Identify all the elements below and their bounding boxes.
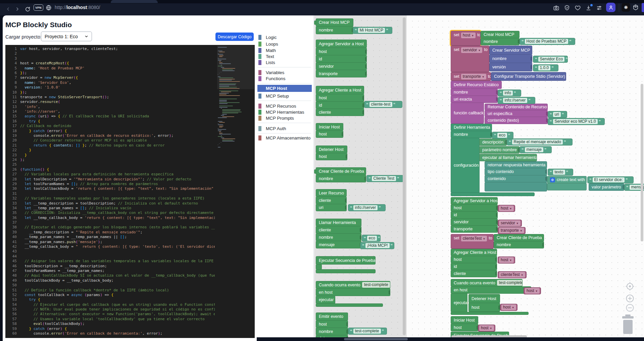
text-field[interactable]: test-complete: [362, 282, 390, 288]
toolbox-item-variables[interactable]: Variables: [257, 69, 312, 75]
string-block[interactable]: “info”: [498, 90, 521, 97]
string-value[interactable]: Servidor eco MCP v1.0: [553, 119, 598, 124]
variable-block[interactable]: host▼: [500, 304, 517, 311]
url-text[interactable]: http://localhost:8080/: [55, 5, 100, 10]
string-value[interactable]: El servidor dice:: [593, 177, 625, 182]
string-value[interactable]: Repite el mensaje enviado: [512, 139, 563, 145]
string-block[interactable]: “info://server”: [498, 97, 535, 104]
string-block[interactable]: “Servidor eco MCP v1.0”: [548, 118, 605, 125]
variable-block[interactable]: servidor▼: [498, 220, 522, 227]
variable-dropdown[interactable]: clienteTest▼: [499, 272, 525, 278]
forward-button[interactable]: [14, 6, 21, 12]
toolbox-item-mcp-almacenamiento[interactable]: MCP Almacenamiento: [257, 135, 312, 141]
variable-block[interactable]: transporte▼: [498, 227, 526, 234]
string-value[interactable]: Mi Host MCP: [358, 28, 385, 33]
string-value[interactable]: info://server: [503, 98, 528, 103]
variable-dropdown[interactable]: servidor▼: [499, 220, 521, 226]
string-value[interactable]: Host de Pruebas MCP: [525, 39, 568, 44]
screenshot-button[interactable]: [553, 5, 560, 11]
string-value[interactable]: 1.0.0: [538, 65, 551, 70]
vpn-badge[interactable]: VPN: [34, 4, 43, 11]
string-value[interactable]: texto: [553, 170, 565, 175]
string-value[interactable]: test-complete: [353, 329, 381, 334]
downloads-button[interactable]: [585, 5, 592, 11]
browser-tab[interactable]: [111, 0, 158, 3]
variable-dropdown[interactable]: host▼: [479, 325, 494, 331]
trash-icon[interactable]: [621, 315, 635, 337]
code-editor[interactable]: 1var host, servidor, transporte, cliente…: [5, 45, 255, 338]
minimap[interactable]: [217, 46, 254, 193]
variable-dropdown[interactable]: host▼: [499, 257, 514, 263]
variable-dropdown[interactable]: host▼: [525, 288, 540, 294]
sandbox-extension-button[interactable]: [632, 4, 639, 11]
toolbox-item-math[interactable]: Math: [257, 47, 312, 53]
toolbox-item-mcp-herramientas[interactable]: MCP Herramientas: [257, 109, 312, 115]
toolbox-item-lists[interactable]: Lists: [257, 59, 312, 65]
palette-hscrollbar[interactable]: [344, 338, 408, 340]
string-block[interactable]: “uri”: [548, 111, 567, 118]
download-code-button[interactable]: Descargar Código: [215, 33, 254, 41]
variable-dropdown[interactable]: host▼: [501, 304, 516, 310]
string-block[interactable]: “eco”: [362, 235, 381, 242]
center-view-button[interactable]: [625, 282, 635, 292]
variable-dropdown[interactable]: transporte▼: [499, 228, 524, 233]
variable-dropdown[interactable]: transporte▼: [461, 74, 486, 79]
toolbox-item-loops[interactable]: Loops: [257, 41, 312, 47]
string-block[interactable]: “Host de Pruebas MCP”: [519, 38, 575, 45]
profile-button[interactable]: [606, 3, 615, 12]
variable-dropdown[interactable]: host▼: [461, 33, 476, 38]
zoom-in-button[interactable]: [626, 294, 634, 304]
toolbox-item-mcp-recursos[interactable]: MCP Recursos: [257, 103, 312, 109]
string-block[interactable]: “test-complete”: [348, 328, 387, 335]
toolbox-item-text[interactable]: Text: [257, 53, 312, 59]
palette-scrollbar[interactable]: [403, 17, 406, 335]
string-block[interactable]: “cliente-test”: [364, 101, 402, 108]
variable-dropdown[interactable]: clienteTest▼: [461, 236, 487, 241]
toolbox-item-functions[interactable]: Functions: [257, 75, 312, 81]
string-block[interactable]: “Mi Host MCP”: [353, 27, 392, 34]
variable-block[interactable]: host▼: [498, 205, 515, 212]
string-value[interactable]: info: [503, 91, 513, 96]
favorites-button[interactable]: [575, 5, 581, 11]
settings-sliders-button[interactable]: [596, 5, 603, 11]
project-select[interactable]: Proyecto 1: Eco: [41, 32, 92, 41]
variable-block[interactable]: clienteTest▼: [498, 271, 527, 278]
variable-dropdown[interactable]: servidor▼: [461, 47, 483, 53]
string-block[interactable]: “Repite el mensaje enviado”: [507, 138, 573, 146]
string-value[interactable]: info://server: [353, 205, 378, 210]
variable-block[interactable]: host▼: [478, 325, 495, 332]
string-value[interactable]: Cliente Test: [372, 176, 396, 181]
variable-block[interactable]: host▼: [524, 287, 541, 294]
variable-block[interactable]: host▼: [498, 257, 515, 264]
openai-extension-button[interactable]: ❋: [622, 3, 630, 12]
string-value[interactable]: eco: [367, 236, 377, 241]
string-block[interactable]: “¡Hola MCP!”: [360, 242, 394, 249]
string-value[interactable]: uri: [553, 112, 561, 117]
string-value[interactable]: mensaje: [525, 147, 543, 152]
zoom-out-button[interactable]: [626, 303, 634, 314]
side-panel-strip[interactable]: [642, 3, 644, 12]
variable-dropdown[interactable]: host▼: [499, 206, 514, 211]
string-value[interactable]: eco: [497, 133, 507, 138]
mutator-gear-icon[interactable]: ⚙: [550, 177, 555, 182]
reload-button[interactable]: [24, 6, 31, 12]
toolbox-item-mcp-auth[interactable]: MCP Auth: [257, 125, 312, 131]
string-block[interactable]: “1.0.0”: [533, 64, 558, 71]
string-block[interactable]: “eco”: [492, 132, 513, 139]
string-block[interactable]: “mensaje”: [519, 146, 552, 153]
string-value[interactable]: cliente-test: [369, 102, 392, 107]
string-block[interactable]: “texto”: [548, 169, 573, 176]
string-value[interactable]: Servidor Eco: [538, 57, 565, 62]
privacy-button[interactable]: [564, 5, 571, 11]
string-block[interactable]: “Servidor Eco”: [533, 56, 568, 63]
string-block[interactable]: “Cliente Test”: [366, 175, 403, 182]
text-field[interactable]: test-complete: [497, 280, 523, 286]
string-block[interactable]: “El servidor dice: ”: [587, 176, 634, 183]
toolbox-item-mcp-host[interactable]: MCP Host: [257, 85, 312, 92]
toolbox-item-mcp-setup[interactable]: MCP Setup: [257, 93, 312, 99]
string-value[interactable]: ¡Hola MCP!: [365, 243, 390, 248]
workspace-vscrollbar[interactable]: [641, 84, 643, 241]
back-button[interactable]: [5, 6, 11, 12]
toolbox-item-logic[interactable]: Logic: [257, 34, 312, 40]
string-block[interactable]: “info://server”: [348, 204, 386, 211]
